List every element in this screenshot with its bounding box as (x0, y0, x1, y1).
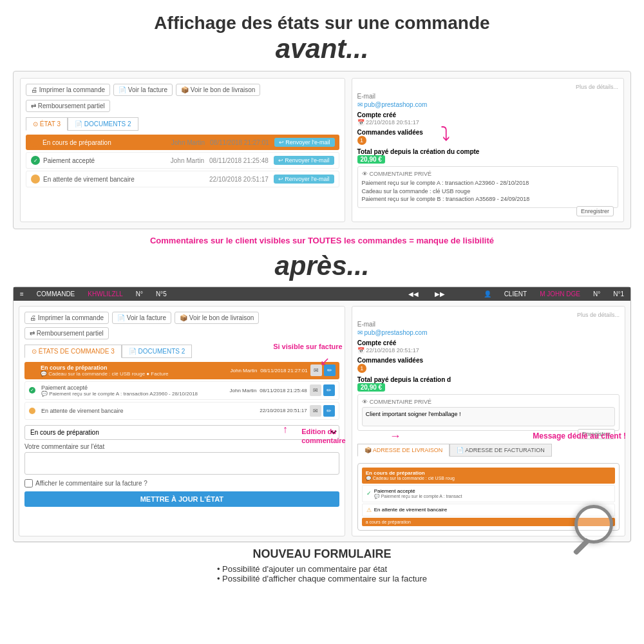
header-commande-label: COMMANDE (37, 290, 75, 298)
before-button-row: 🖨 Imprimer la commande 📄 Voir la facture… (26, 84, 339, 96)
header-client-name: M JOHN DGE (540, 290, 580, 298)
after-state-date-0: 08/11/2018 21:27:01 (260, 368, 307, 374)
header-nav-left[interactable]: ◀◀ (408, 290, 419, 298)
zoom-state-1: ✓ Paiement accepté 💬 Paiement reçu sur l… (362, 485, 615, 502)
header-client-label: CLIENT (504, 290, 527, 298)
resend-btn-0[interactable]: ↩ Renvoyer l'e-mail (274, 138, 335, 147)
after-right-panel: Plus de détails... E-mail ✉ pub@prestash… (352, 306, 625, 536)
nouveau-formulaire-title: NOUVEAU FORMULAIRE (13, 547, 631, 561)
header-order-num: N°5 (156, 290, 167, 298)
after-button-row: 🖨 Imprimer la commande 📄 Voir la facture… (24, 312, 339, 339)
after-state-icons-2: ✉ ✏ (310, 405, 335, 417)
save-btn[interactable]: Enregistrer (576, 206, 614, 216)
after-email-label: E-mail (357, 321, 620, 328)
eye-icon: 👁 (362, 171, 368, 177)
zoom-state-0: En cours de préparation 💬 Cadeau sur la … (362, 468, 615, 484)
bottom-section: NOUVEAU FORMULAIRE Possibilité d'ajouter… (13, 547, 631, 584)
print-btn[interactable]: 🖨 Imprimer la commande (26, 84, 110, 96)
main-title: Affichage des états sur une commande ava… (13, 13, 631, 64)
email-link[interactable]: ✉ pub@prestashop.com (357, 101, 618, 108)
resend-btn-1[interactable]: ↩ Renvoyer l'e-mail (274, 156, 334, 165)
annotation-arrow-edition: ↑ (283, 424, 288, 435)
annotation-arrow-message: → (390, 430, 401, 443)
after-header: ≡ COMMANDE KHWLILZLL N° N°5 ◀◀ ▶▶ 👤 CLIE… (14, 287, 630, 301)
before-right-panel: Plus de détails... E-mail ✉ pub@prestash… (352, 78, 624, 222)
total-paye: Total payé depuis la création du compte … (357, 148, 618, 164)
state-label-1: Paiement accepté (43, 157, 166, 164)
before-panel: 🖨 Imprimer la commande 📄 Voir la facture… (13, 71, 631, 229)
after-invoice-btn[interactable]: 📄 Voir la facture (112, 312, 171, 324)
state-icon-0 (30, 138, 39, 147)
arrow-annotation: ⤵ (440, 123, 450, 145)
checkbox-row: Afficher le commentaire sur la facture ? (24, 479, 339, 488)
comment-title: 👁 COMMENTAIRE PRIVÉ (362, 171, 614, 177)
edit-icon-2[interactable]: ✏ (323, 405, 335, 417)
state-date-0: 08/11/2018 21:27:01 (210, 139, 269, 146)
email-label: E-mail (357, 93, 618, 100)
addr-tab-facturation[interactable]: 📄 ADRESSE DE FACTURATION (450, 444, 551, 457)
after-compte-cree: Compte créé 📅 22/10/2018 20:51:17 (357, 339, 620, 354)
state-select[interactable]: En cours de préparation (24, 425, 339, 440)
comment-textarea[interactable] (24, 452, 339, 475)
subtitle-text: avant... (13, 33, 631, 64)
state-select-wrap: En cours de préparation (24, 425, 339, 443)
after-state-row-1: ✓ Paiement accepté 💬 Paiement reçu sur l… (24, 381, 339, 400)
edit-icon-1[interactable]: ✏ (323, 384, 335, 396)
before-left-panel: 🖨 Imprimer la commande 📄 Voir la facture… (20, 78, 345, 222)
commandes-validees: Commandes validées 1 (357, 129, 618, 145)
after-state-content-1: Paiement accepté 💬 Paiement reçu sur le … (41, 384, 227, 397)
after-delivery-btn[interactable]: 📦 Voir le bon de livraison (175, 312, 259, 324)
after-state-icon-0 (28, 367, 35, 374)
delivery-btn[interactable]: 📦 Voir le bon de livraison (176, 84, 260, 96)
mail-icon-2[interactable]: ✉ (310, 405, 321, 417)
after-comment-text-box: Client important soigner l'emballage ! (362, 407, 615, 426)
after-tab-etat[interactable]: ⊙ ÉTATS DE COMMANDE 3 (24, 345, 122, 358)
resend-btn-2[interactable]: ↩ Renvoyer l'e-mail (274, 175, 334, 184)
header-nav-right[interactable]: ▶▶ (435, 290, 445, 298)
comment-text: Paiement reçu sur le compte A : transact… (362, 179, 614, 204)
after-state-content-2: En attente de virement bancaire (41, 408, 260, 414)
state-icon-2 (31, 175, 40, 184)
after-comment-title: 👁 COMMENTAIRE PRIVÉ (362, 399, 615, 405)
after-email-link[interactable]: ✉ pub@prestashop.com (357, 329, 620, 336)
state-row-1: ✓ Paiement accepté John Martin 08/11/201… (26, 152, 339, 169)
after-refund-btn[interactable]: ⇄ Remboursement partiel (24, 327, 109, 339)
compte-cree: Compte créé 📅 22/10/2018 20:51:17 (357, 111, 618, 126)
addr-tab-livraison[interactable]: 📦 ADRESSE DE LIVRAISON (357, 444, 450, 457)
more-details: Plus de détails... (357, 84, 618, 90)
state-label-2: En attente de virement bancaire (43, 176, 199, 183)
tab-documents[interactable]: 📄 DOCUMENTS 2 (68, 117, 138, 131)
header-client-icon: 👤 (484, 290, 491, 298)
after-comment-wrapper: 👁 COMMENTAIRE PRIVÉ Client important soi… (357, 394, 620, 431)
title-text: Affichage des états sur une commande (154, 13, 489, 33)
header-client-n: N° (593, 290, 600, 298)
zoom-wrap: En cours de préparation 💬 Cadeau sur la … (357, 463, 620, 531)
facture-checkbox[interactable] (24, 479, 33, 488)
tab-etat[interactable]: ⊙ ÉTAT 3 (26, 117, 68, 131)
after-state-content-0: En cours de préparation 💬 Cadeau sur la … (41, 365, 227, 377)
state-icon-1: ✓ (31, 156, 40, 165)
bullet-1: Possibilité d'afficher chaque commentair… (217, 574, 427, 583)
mail-icon-1[interactable]: ✉ (310, 384, 321, 396)
state-date-1: 08/11/2018 21:25:48 (209, 157, 269, 164)
state-user-0: John Martin (171, 139, 205, 146)
state-row-0: En cours de préparation John Martin 08/1… (26, 135, 339, 150)
before-tabs: ⊙ ÉTAT 3 📄 DOCUMENTS 2 (26, 117, 339, 131)
after-more-details: Plus de détails... (357, 312, 620, 318)
invoice-btn[interactable]: 📄 Voir la facture (113, 84, 173, 96)
header-order-code: KHWLILZLL (88, 290, 122, 298)
after-state-icon-1: ✓ (29, 387, 35, 393)
state-user-1: John Martin (171, 157, 204, 164)
update-btn[interactable]: METTRE À JOUR L'ÉTAT (24, 491, 339, 507)
refund-btn[interactable]: ⇄ Remboursement partiel (26, 100, 110, 112)
after-state-sub-1: 💬 Paiement reçu sur le compte A : transa… (41, 391, 227, 397)
after-tab-docs[interactable]: 📄 DOCUMENTS 2 (122, 345, 193, 358)
annotation-arrow-facture: ↙ (320, 354, 330, 368)
state-label-0: En cours de préparation (43, 139, 166, 146)
after-state-icons-1: ✉ ✏ (310, 384, 335, 396)
states-container: Si visible sur facture ↙ En cours de pré… (24, 362, 339, 420)
after-total: Total payé depuis la création d 20,90 € (357, 376, 620, 392)
annotation-edition: Edition ducommentaire (301, 427, 345, 446)
after-print-btn[interactable]: 🖨 Imprimer la commande (24, 312, 109, 324)
comment-note: Commentaires sur le client visibles sur … (13, 236, 631, 245)
